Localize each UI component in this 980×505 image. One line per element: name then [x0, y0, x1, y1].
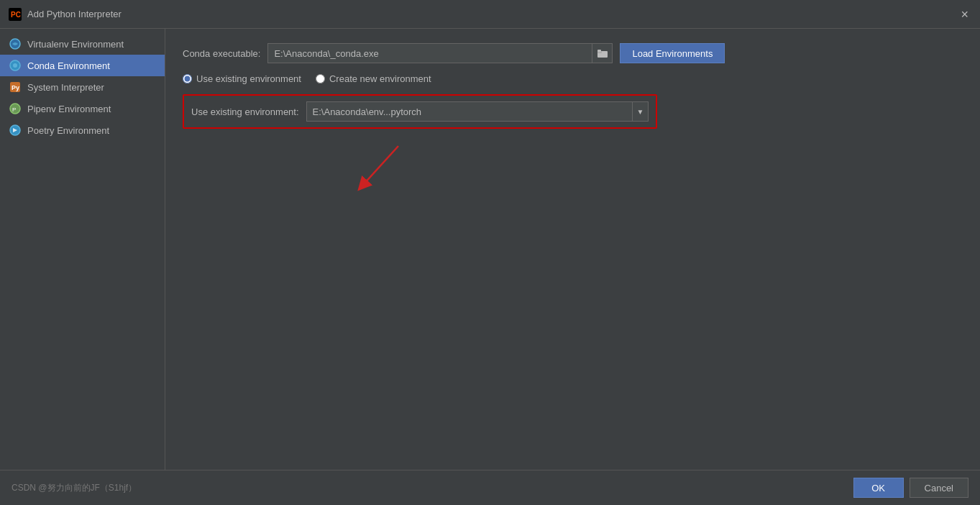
poetry-icon — [9, 124, 22, 137]
pipenv-icon: P — [9, 102, 22, 115]
conda-executable-row: Conda executable: E:\Anaconda\_conda.exe… — [183, 43, 963, 63]
sidebar-item-virtualenv[interactable]: Virtualenv Environment — [0, 33, 165, 55]
radio-create-new[interactable]: Create new environment — [316, 73, 431, 84]
title-bar: PC Add Python Interpreter × — [0, 0, 980, 29]
annotation-area — [183, 139, 963, 196]
radio-create-new-label: Create new environment — [329, 73, 431, 84]
dialog-title: Add Python Interpreter — [27, 9, 958, 19]
sidebar-item-pipenv[interactable]: P Pipenv Environment — [0, 98, 165, 119]
svg-text:P: P — [12, 106, 16, 113]
radio-use-existing-label: Use existing environment — [196, 73, 301, 84]
sidebar-item-virtualenv-label: Virtualenv Environment — [27, 39, 124, 50]
sidebar: Virtualenv Environment Conda Environment… — [0, 29, 165, 470]
env-dropdown-wrapper: E:\Anaconda\env...pytorch ▼ — [306, 101, 649, 122]
radio-use-existing[interactable]: Use existing environment — [183, 73, 301, 84]
sidebar-item-conda-label: Conda Environment — [27, 60, 110, 71]
load-environments-button[interactable]: Load Environments — [620, 43, 725, 63]
dialog: PC Add Python Interpreter × Virtualenv E… — [0, 0, 980, 505]
sidebar-item-system-label: System Interpreter — [27, 82, 104, 93]
dialog-body: Virtualenv Environment Conda Environment… — [0, 29, 980, 470]
browse-button[interactable] — [592, 43, 613, 63]
folder-icon — [597, 49, 608, 58]
cancel-button[interactable]: Cancel — [910, 478, 968, 498]
conda-icon — [9, 59, 22, 72]
radio-create-new-input[interactable] — [316, 74, 325, 83]
sidebar-item-pipenv-label: Pipenv Environment — [27, 104, 111, 114]
env-dropdown[interactable]: E:\Anaconda\env...pytorch — [306, 101, 633, 122]
ok-button[interactable]: OK — [853, 478, 904, 498]
sidebar-item-poetry-label: Poetry Environment — [27, 125, 109, 136]
sidebar-item-poetry[interactable]: Poetry Environment — [0, 119, 165, 141]
virtualenv-icon — [9, 37, 22, 50]
system-icon: Py — [9, 81, 22, 94]
executable-input-wrapper: E:\Anaconda\_conda.exe — [267, 43, 613, 63]
footer-watermark: CSDN @努力向前的JF（S1hjf） — [12, 482, 848, 494]
arrow-annotation — [341, 139, 427, 196]
radio-use-existing-input[interactable] — [183, 74, 192, 83]
chevron-down-icon: ▼ — [637, 108, 644, 116]
main-content: Conda executable: E:\Anaconda\_conda.exe… — [165, 29, 980, 470]
conda-executable-input[interactable]: E:\Anaconda\_conda.exe — [267, 43, 592, 63]
sidebar-item-system[interactable]: Py System Interpreter — [0, 76, 165, 98]
dropdown-arrow-button[interactable]: ▼ — [633, 101, 649, 122]
svg-point-4 — [13, 63, 17, 68]
svg-text:Py: Py — [12, 84, 19, 91]
svg-text:PC: PC — [11, 11, 21, 19]
conda-executable-label: Conda executable: — [183, 48, 260, 59]
close-button[interactable]: × — [958, 8, 971, 21]
radio-row: Use existing environment Create new envi… — [183, 73, 963, 84]
dialog-footer: CSDN @努力向前的JF（S1hjf） OK Cancel — [0, 470, 980, 505]
svg-rect-12 — [597, 50, 601, 52]
existing-env-row: Use existing environment: E:\Anaconda\en… — [183, 94, 657, 129]
existing-env-label: Use existing environment: — [191, 106, 299, 117]
sidebar-item-conda[interactable]: Conda Environment — [0, 55, 165, 76]
app-icon: PC — [9, 8, 22, 21]
